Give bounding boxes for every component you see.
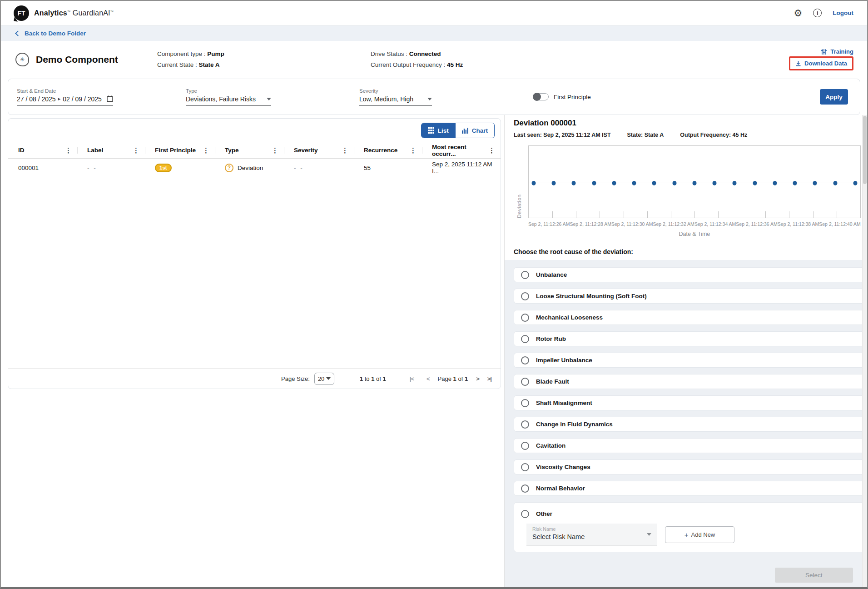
data-point: [612, 181, 616, 185]
column-header-type[interactable]: Type⋮: [215, 142, 284, 158]
info-icon[interactable]: i: [813, 9, 822, 17]
app-window: FT Analytics™ GuardianAI™ ⚙ i Logout Bac…: [0, 0, 868, 589]
column-menu-icon[interactable]: ⋮: [488, 146, 495, 155]
column-header-id[interactable]: ID⋮: [8, 142, 77, 158]
back-link[interactable]: Back to Demo Folder: [25, 30, 86, 37]
root-cause-option[interactable]: Mechanical Looseness: [514, 310, 865, 325]
x-tick-label: Sep 2, 11:12:26 AM: [528, 221, 570, 227]
root-cause-option[interactable]: Unbalance: [514, 267, 865, 282]
option-label: Cavitation: [536, 442, 565, 449]
axis-tick: [624, 211, 624, 218]
page-size-select[interactable]: 20: [314, 373, 334, 385]
date-range-field[interactable]: Start & End Date 27 / 08 / 2025 ▸ 02 / 0…: [17, 88, 113, 106]
radio-button[interactable]: [521, 442, 529, 450]
type-filter-value[interactable]: Deviations, Failure Risks: [186, 95, 256, 103]
option-label: Shaft Misalignment: [536, 399, 592, 406]
axis-tick: [576, 211, 576, 218]
column-menu-icon[interactable]: ⋮: [203, 146, 209, 155]
cell-recurrence: 55: [354, 165, 422, 171]
radio-button[interactable]: [521, 484, 529, 493]
table-row[interactable]: 000001 - - 1st ?Deviation - - 55 Sep 2, …: [8, 159, 501, 177]
column-menu-icon[interactable]: ⋮: [410, 146, 417, 155]
root-cause-option[interactable]: Shaft Misalignment: [514, 395, 865, 410]
severity-filter-value[interactable]: Low, Medium, High: [359, 95, 413, 103]
other-option-row[interactable]: Other: [521, 506, 858, 521]
radio-button[interactable]: [521, 399, 529, 407]
next-page-button[interactable]: >: [476, 375, 479, 382]
column-menu-icon[interactable]: ⋮: [272, 146, 278, 155]
x-axis-title: Date & Time: [528, 231, 861, 237]
column-header-label[interactable]: Label⋮: [77, 142, 145, 158]
scrollbar-thumb[interactable]: [863, 116, 867, 184]
radio-button[interactable]: [521, 335, 529, 343]
prev-page-button[interactable]: <: [427, 375, 430, 382]
axis-tick: [671, 211, 671, 218]
settings-gear-icon[interactable]: ⚙: [794, 8, 802, 18]
top-bar: FT Analytics™ GuardianAI™ ⚙ i Logout: [1, 1, 867, 25]
brand-name-secondary: GuardianAI: [73, 9, 110, 17]
severity-filter[interactable]: Severity Low, Medium, High: [359, 88, 432, 106]
radio-button[interactable]: [521, 292, 529, 300]
end-date-value[interactable]: 02 / 09 / 2025: [63, 95, 102, 103]
data-point: [753, 181, 757, 185]
brand-logo-icon: FT: [14, 5, 29, 21]
scrollbar[interactable]: [862, 115, 867, 587]
training-button[interactable]: Training: [821, 48, 853, 55]
list-view-tab[interactable]: List: [422, 123, 455, 138]
calendar-icon[interactable]: [107, 95, 113, 102]
date-arrow-icon: ▸: [58, 96, 61, 102]
cell-id[interactable]: 000001: [8, 165, 77, 171]
radio-button[interactable]: [521, 510, 529, 518]
logout-link[interactable]: Logout: [833, 10, 853, 16]
data-point: [552, 181, 556, 185]
risk-name-select[interactable]: Risk Name Select Risk Name: [526, 524, 657, 545]
radio-button[interactable]: [521, 314, 529, 322]
start-date-value[interactable]: 27 / 08 / 2025: [17, 95, 56, 103]
data-point: [692, 181, 696, 185]
column-header-severity[interactable]: Severity⋮: [284, 142, 354, 158]
radio-button[interactable]: [521, 378, 529, 386]
option-label: Viscosity Changes: [536, 464, 590, 470]
results-area: List Chart ID⋮ Label⋮ First Principle⋮ T…: [1, 115, 505, 587]
deviation-title: Deviation 000001: [514, 119, 865, 128]
root-cause-option[interactable]: Normal Behavior: [514, 481, 865, 496]
radio-button[interactable]: [521, 463, 529, 471]
risk-name-value[interactable]: Select Risk Name: [532, 533, 651, 540]
option-label: Normal Behavior: [536, 485, 585, 492]
radio-button[interactable]: [521, 420, 529, 429]
first-principle-toggle[interactable]: [533, 93, 549, 100]
type-filter[interactable]: Type Deviations, Failure Risks: [186, 88, 271, 106]
root-cause-option[interactable]: Impeller Unbalance: [514, 353, 865, 368]
chart-view-tab[interactable]: Chart: [455, 123, 494, 138]
column-header-first-principle[interactable]: First Principle⋮: [145, 142, 215, 158]
radio-button[interactable]: [521, 271, 529, 279]
apply-button[interactable]: Apply: [820, 89, 848, 105]
breadcrumb[interactable]: Back to Demo Folder: [1, 25, 867, 41]
radio-button[interactable]: [521, 356, 529, 364]
table-header-row: ID⋮ Label⋮ First Principle⋮ Type⋮ Severi…: [8, 142, 501, 159]
list-grid-icon: [428, 127, 434, 134]
x-tick-label: Sep 2, 11:12:38 AM: [778, 221, 819, 227]
cell-severity: - -: [284, 165, 354, 171]
axis-tick: [789, 211, 789, 218]
select-button[interactable]: Select: [775, 568, 853, 583]
page-indicator: Page 1 of 1: [438, 375, 468, 382]
root-cause-option[interactable]: Blade Fault: [514, 374, 865, 389]
first-page-button[interactable]: |<: [410, 375, 414, 382]
root-cause-option[interactable]: Cavitation: [514, 438, 865, 453]
column-menu-icon[interactable]: ⋮: [342, 146, 348, 155]
root-cause-option[interactable]: Loose Structural Mounting (Soft Foot): [514, 289, 865, 304]
last-page-button[interactable]: >|: [487, 375, 491, 382]
root-cause-option[interactable]: Rotor Rub: [514, 331, 865, 346]
root-cause-option[interactable]: Change in Fluid Dynamics: [514, 417, 865, 432]
add-new-button[interactable]: +Add New: [665, 526, 734, 543]
column-header-recurrence[interactable]: Recurrence⋮: [354, 142, 422, 158]
column-menu-icon[interactable]: ⋮: [65, 146, 72, 155]
root-cause-option[interactable]: Viscosity Changes: [514, 459, 865, 474]
first-principle-badge: 1st: [155, 164, 172, 172]
column-header-most-recent[interactable]: Most recent occurr...⋮: [422, 142, 501, 158]
column-menu-icon[interactable]: ⋮: [133, 146, 139, 155]
type-filter-label: Type: [186, 88, 271, 94]
download-data-button[interactable]: Download Data: [795, 60, 847, 67]
brand-tm: ™: [110, 10, 114, 13]
